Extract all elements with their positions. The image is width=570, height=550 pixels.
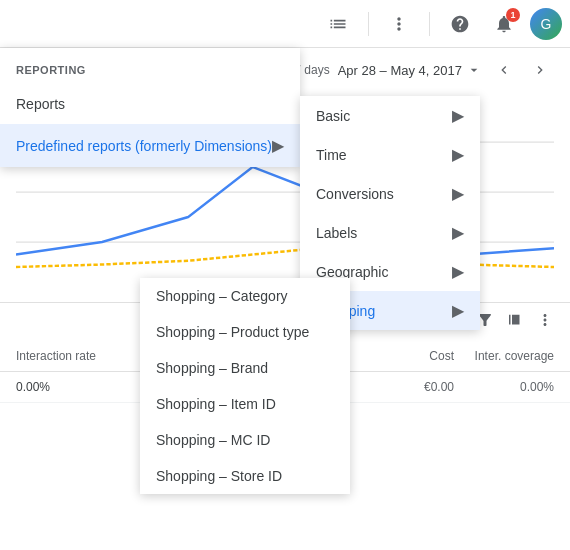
row1-col3: 0.00% (454, 380, 554, 394)
labels-item[interactable]: Labels ▶ (300, 213, 480, 252)
predefined-reports-item[interactable]: Predefined reports (formerly Dimensions)… (0, 124, 300, 167)
conversions-label: Conversions (316, 186, 394, 202)
toolbar-icons: 1 G (320, 6, 562, 42)
shopping-store-id-item[interactable]: Shopping – Store ID (140, 458, 350, 494)
help-button[interactable] (442, 6, 478, 42)
row1-col2: €0.00 (374, 380, 454, 394)
conversions-item[interactable]: Conversions ▶ (300, 174, 480, 213)
basic-item[interactable]: Basic ▶ (300, 96, 480, 135)
more-options-button[interactable] (381, 6, 417, 42)
date-prev-button[interactable] (490, 56, 518, 84)
shopping-brand-item[interactable]: Shopping – Brand (140, 350, 350, 386)
date-next-button[interactable] (526, 56, 554, 84)
shopping-brand-label: Shopping – Brand (156, 360, 268, 376)
shopping-mc-id-item[interactable]: Shopping – MC ID (140, 422, 350, 458)
main-content: Last 7 days Apr 28 – May 4, 2017 4 May 2… (0, 48, 570, 550)
col3-header: Inter. coverage (454, 349, 554, 363)
predefined-reports-label: Predefined reports (formerly Dimensions) (16, 138, 272, 154)
labels-arrow-icon: ▶ (452, 223, 464, 242)
reports-item[interactable]: Reports (0, 84, 300, 124)
reporting-menu: REPORTING Reports Predefined reports (fo… (0, 48, 300, 167)
shopping-product-type-label: Shopping – Product type (156, 324, 309, 340)
reports-label: Reports (16, 96, 65, 112)
predefined-arrow-icon: ▶ (272, 136, 284, 155)
shopping-category-item[interactable]: Shopping – Category (140, 278, 350, 314)
table-more-options[interactable] (536, 311, 554, 333)
shopping-arrow-icon: ▶ (452, 301, 464, 320)
date-range-text: Apr 28 – May 4, 2017 (338, 63, 462, 78)
shopping-item-id-label: Shopping – Item ID (156, 396, 276, 412)
conversions-arrow-icon: ▶ (452, 184, 464, 203)
labels-label: Labels (316, 225, 357, 241)
basic-arrow-icon: ▶ (452, 106, 464, 125)
basic-label: Basic (316, 108, 350, 124)
toolbar-divider (368, 12, 369, 36)
shopping-mc-id-label: Shopping – MC ID (156, 432, 270, 448)
date-range-selector[interactable]: Apr 28 – May 4, 2017 (338, 62, 482, 78)
toolbar: 1 G (0, 0, 570, 48)
time-arrow-icon: ▶ (452, 145, 464, 164)
notification-badge: 1 (506, 8, 520, 22)
avatar[interactable]: G (530, 8, 562, 40)
dropdown-icon (466, 62, 482, 78)
submenu-level3: Shopping – Category Shopping – Product t… (140, 278, 350, 494)
reporting-title: REPORTING (0, 48, 300, 84)
notification-wrapper: 1 (486, 6, 522, 42)
geographic-arrow-icon: ▶ (452, 262, 464, 281)
time-label: Time (316, 147, 347, 163)
shopping-item-id-item[interactable]: Shopping – Item ID (140, 386, 350, 422)
shopping-store-id-label: Shopping – Store ID (156, 468, 282, 484)
shopping-category-label: Shopping – Category (156, 288, 288, 304)
toolbar-divider2 (429, 12, 430, 36)
columns-button[interactable] (506, 311, 524, 333)
shopping-product-type-item[interactable]: Shopping – Product type (140, 314, 350, 350)
col2-header: Cost (374, 349, 454, 363)
time-item[interactable]: Time ▶ (300, 135, 480, 174)
chart-button[interactable] (320, 6, 356, 42)
